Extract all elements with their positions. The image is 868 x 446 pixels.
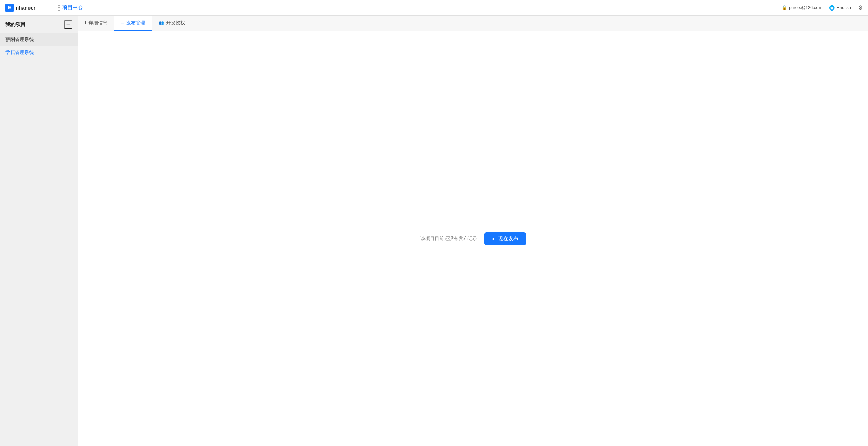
logo-icon: E	[5, 4, 14, 12]
top-nav: E nhancer 项目中心 🔒 purejs@126.com 🌐 Englis…	[0, 0, 868, 16]
nav-right: 🔒 purejs@126.com 🌐 English ⚙	[782, 4, 863, 11]
tabs-bar: ℹ 详细信息 ≡ 发布管理 👥 开发授权	[78, 16, 868, 31]
tab-auth-label: 开发授权	[166, 20, 185, 26]
sidebar-header: 我的项目 +	[0, 16, 78, 33]
send-icon: ➤	[492, 236, 495, 241]
add-project-button[interactable]: +	[64, 20, 72, 29]
tab-auth[interactable]: 👥 开发授权	[152, 16, 192, 31]
sidebar: 我的项目 + 薪酬管理系统 学籍管理系统	[0, 16, 78, 446]
publish-btn-label: 现在发布	[498, 236, 518, 242]
logo-text: nhancer	[16, 5, 35, 11]
tab-detail[interactable]: ℹ 详细信息	[78, 16, 114, 31]
settings-icon[interactable]: ⚙	[858, 4, 863, 11]
info-icon: ℹ	[85, 20, 86, 25]
nav-user[interactable]: 🔒 purejs@126.com	[782, 5, 822, 10]
lock-icon: 🔒	[782, 5, 787, 10]
content-area: 该项目目前还没有发布记录 ➤ 现在发布	[78, 31, 868, 446]
tab-publish-label: 发布管理	[126, 20, 145, 26]
empty-text: 该项目目前还没有发布记录	[420, 236, 477, 242]
sidebar-item-student[interactable]: 学籍管理系统	[0, 46, 78, 59]
tab-detail-label: 详细信息	[88, 20, 107, 26]
nav-title: 项目中心	[62, 4, 83, 11]
globe-icon: 🌐	[829, 5, 835, 11]
sidebar-item-salary[interactable]: 薪酬管理系统	[0, 33, 78, 46]
user-email: purejs@126.com	[789, 5, 822, 10]
nav-menu-icon[interactable]	[58, 5, 60, 11]
main-layout: 我的项目 + 薪酬管理系统 学籍管理系统 ℹ 详细信息 ≡ 发布管理 👥 开发授…	[0, 16, 868, 446]
sidebar-title: 我的项目	[5, 21, 26, 28]
empty-state: 该项目目前还没有发布记录 ➤ 现在发布	[420, 232, 526, 245]
main-content: ℹ 详细信息 ≡ 发布管理 👥 开发授权 该项目目前还没有发布记录 ➤ 现在发布	[78, 16, 868, 446]
nav-lang-selector[interactable]: 🌐 English	[829, 5, 851, 11]
sidebar-item-label-salary: 薪酬管理系统	[5, 37, 34, 42]
sidebar-item-label-student: 学籍管理系统	[5, 50, 34, 55]
users-icon: 👥	[159, 20, 164, 25]
publish-now-button[interactable]: ➤ 现在发布	[484, 232, 526, 245]
list-icon: ≡	[121, 20, 124, 26]
logo-area: E nhancer	[5, 4, 53, 12]
tab-publish[interactable]: ≡ 发布管理	[114, 16, 152, 31]
lang-label: English	[836, 5, 851, 10]
